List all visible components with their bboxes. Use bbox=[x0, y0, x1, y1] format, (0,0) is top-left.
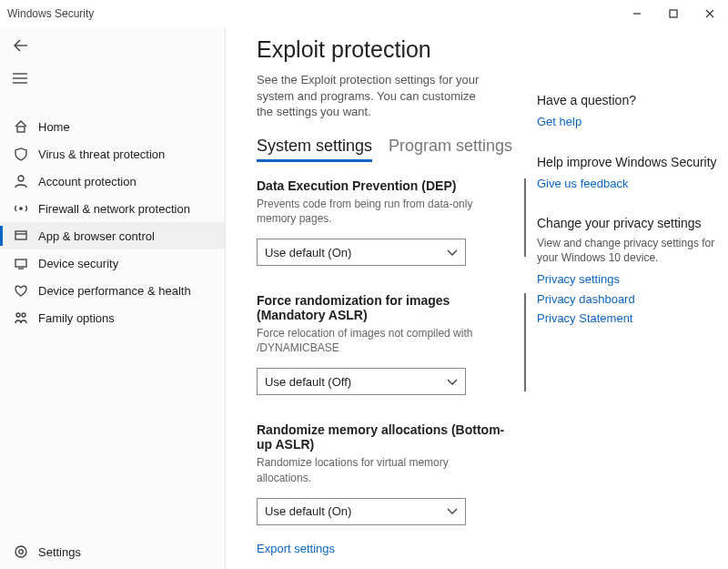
feedback-link[interactable]: Give us feedback bbox=[537, 175, 717, 193]
sidebar-item-family-options[interactable]: Family options bbox=[0, 304, 225, 331]
dropdown-value: Use default (Off) bbox=[265, 375, 351, 389]
svg-rect-8 bbox=[17, 127, 25, 132]
setting-desc: Force relocation of images not compiled … bbox=[257, 326, 502, 355]
get-help-link[interactable]: Get help bbox=[537, 113, 717, 131]
sidebar-item-label: Home bbox=[38, 120, 70, 134]
menu-button[interactable] bbox=[0, 62, 225, 95]
tab-program-settings[interactable]: Program settings bbox=[389, 137, 512, 162]
sidebar-item-label: Device performance & health bbox=[38, 284, 191, 298]
svg-point-9 bbox=[18, 176, 24, 181]
window-title: Windows Security bbox=[7, 7, 94, 20]
aside-desc: View and change privacy settings for you… bbox=[537, 236, 717, 265]
sidebar-item-label: App & browser control bbox=[38, 229, 155, 243]
sidebar-item-home[interactable]: Home bbox=[0, 113, 225, 140]
setting-mandatory-aslr: Force randomization for images (Mandator… bbox=[257, 293, 519, 395]
setting-desc: Prevents code from being run from data-o… bbox=[257, 197, 502, 226]
svg-rect-1 bbox=[670, 10, 677, 17]
setting-bottomup-aslr: Randomize memory allocations (Bottom-up … bbox=[257, 422, 519, 524]
main-column: Exploit protection See the Exploit prote… bbox=[257, 36, 519, 569]
heart-icon bbox=[11, 283, 31, 298]
page-title: Exploit protection bbox=[257, 36, 519, 63]
svg-rect-11 bbox=[15, 231, 26, 239]
sidebar-item-settings[interactable]: Settings bbox=[0, 534, 225, 569]
setting-title: Force randomization for images (Mandator… bbox=[257, 293, 519, 322]
aside-improve: Help improve Windows Security Give us fe… bbox=[537, 155, 717, 193]
hamburger-icon bbox=[13, 73, 27, 84]
setting-desc: Randomize locations for virtual memory a… bbox=[257, 455, 502, 484]
svg-point-15 bbox=[16, 313, 20, 317]
mandatory-aslr-dropdown[interactable]: Use default (Off) bbox=[257, 368, 466, 395]
setting-title: Data Execution Prevention (DEP) bbox=[257, 178, 519, 193]
signal-icon bbox=[11, 201, 31, 216]
back-arrow-icon bbox=[13, 39, 29, 52]
svg-rect-13 bbox=[15, 259, 26, 267]
sidebar-item-label: Virus & threat protection bbox=[38, 147, 165, 161]
dropdown-value: Use default (On) bbox=[265, 504, 351, 518]
sidebar-item-device-security[interactable]: Device security bbox=[0, 249, 225, 277]
chevron-down-icon bbox=[447, 375, 458, 389]
person-icon bbox=[11, 174, 31, 188]
svg-point-10 bbox=[20, 208, 22, 209]
aside-heading: Have a question? bbox=[537, 93, 717, 107]
dropdown-value: Use default (On) bbox=[265, 246, 351, 259]
sidebar-item-virus-threat[interactable]: Virus & threat protection bbox=[0, 140, 225, 168]
page-subtitle: See the Exploit protection settings for … bbox=[257, 72, 493, 120]
tabs: System settings Program settings bbox=[257, 137, 519, 162]
chevron-down-icon bbox=[447, 504, 458, 518]
svg-point-16 bbox=[22, 313, 25, 317]
app-browser-icon bbox=[11, 229, 31, 243]
sidebar-item-firewall[interactable]: Firewall & network protection bbox=[0, 195, 225, 222]
dep-dropdown[interactable]: Use default (On) bbox=[257, 239, 466, 266]
close-icon bbox=[705, 9, 714, 18]
export-settings-link[interactable]: Export settings bbox=[257, 542, 519, 555]
sidebar-item-account-protection[interactable]: Account protection bbox=[0, 168, 225, 195]
home-icon bbox=[11, 119, 31, 134]
family-icon bbox=[11, 310, 31, 325]
sidebar-item-device-performance[interactable]: Device performance & health bbox=[0, 277, 225, 304]
scroll-indicator bbox=[524, 178, 526, 257]
aside-heading: Change your privacy settings bbox=[537, 216, 717, 230]
chevron-down-icon bbox=[447, 246, 458, 259]
scroll-indicator bbox=[524, 293, 526, 391]
shield-icon bbox=[11, 147, 31, 161]
gear-icon bbox=[11, 544, 31, 559]
sidebar-item-label: Device security bbox=[38, 257, 118, 270]
privacy-settings-link[interactable]: Privacy settings bbox=[537, 270, 717, 289]
back-button[interactable] bbox=[0, 29, 225, 62]
maximize-icon bbox=[669, 9, 678, 18]
privacy-dashboard-link[interactable]: Privacy dashboard bbox=[537, 290, 717, 309]
privacy-statement-link[interactable]: Privacy Statement bbox=[537, 310, 717, 328]
sidebar-item-app-browser[interactable]: App & browser control bbox=[0, 222, 225, 249]
tab-system-settings[interactable]: System settings bbox=[257, 137, 372, 162]
minimize-button[interactable] bbox=[619, 0, 655, 27]
svg-point-17 bbox=[19, 550, 24, 554]
sidebar-item-label: Firewall & network protection bbox=[38, 202, 190, 216]
aside-privacy: Change your privacy settings View and ch… bbox=[537, 216, 717, 328]
minimize-icon bbox=[632, 9, 642, 18]
device-security-icon bbox=[11, 256, 31, 270]
setting-dep: Data Execution Prevention (DEP) Prevents… bbox=[257, 178, 519, 266]
setting-title: Randomize memory allocations (Bottom-up … bbox=[257, 422, 519, 452]
aside-heading: Help improve Windows Security bbox=[537, 155, 717, 169]
sidebar-item-label: Family options bbox=[38, 311, 115, 325]
svg-point-18 bbox=[15, 546, 26, 557]
aside-question: Have a question? Get help bbox=[537, 93, 717, 131]
close-button[interactable] bbox=[692, 0, 728, 27]
sidebar-item-label: Settings bbox=[38, 545, 81, 559]
bottomup-aslr-dropdown[interactable]: Use default (On) bbox=[257, 498, 466, 525]
title-bar: Windows Security bbox=[0, 0, 728, 27]
aside-column: Have a question? Get help Help improve W… bbox=[537, 36, 717, 569]
sidebar-item-label: Account protection bbox=[38, 175, 136, 188]
sidebar: Home Virus & threat protection Account p… bbox=[0, 27, 226, 569]
maximize-button[interactable] bbox=[655, 0, 692, 27]
